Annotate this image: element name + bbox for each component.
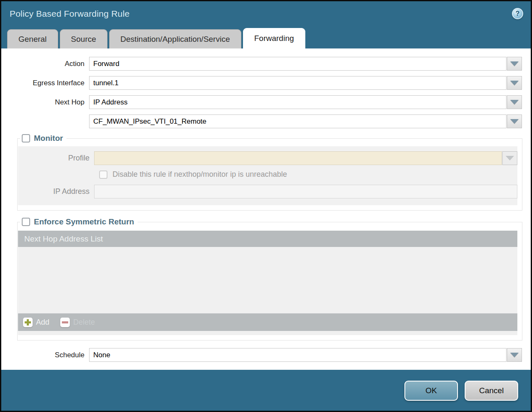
next-hop-address-row bbox=[1, 114, 531, 128]
forwarding-tab-panel: Action Egress Interface Next Hop bbox=[1, 48, 531, 370]
dialog-title: Policy Based Forwarding Rule bbox=[10, 9, 531, 19]
schedule-label: Schedule bbox=[1, 351, 89, 359]
tab-general[interactable]: General bbox=[7, 29, 58, 48]
profile-input bbox=[94, 151, 502, 165]
plus-icon bbox=[23, 318, 33, 327]
monitor-label: Monitor bbox=[34, 134, 63, 143]
chevron-down-icon bbox=[510, 61, 519, 66]
next-hop-address-list-toolbar: Add Delete bbox=[18, 313, 517, 331]
chevron-down-icon bbox=[506, 156, 514, 160]
add-button-label: Add bbox=[36, 318, 49, 327]
monitor-checkbox[interactable] bbox=[22, 134, 30, 142]
dialog-titlebar: Policy Based Forwarding Rule ? bbox=[1, 1, 531, 28]
schedule-input[interactable] bbox=[89, 348, 506, 362]
tab-bar: General Source Destination/Application/S… bbox=[1, 28, 531, 48]
help-icon[interactable]: ? bbox=[512, 8, 523, 19]
enforce-symmetric-return-label: Enforce Symmetric Return bbox=[34, 217, 134, 226]
next-hop-label: Next Hop bbox=[1, 98, 89, 107]
egress-interface-row: Egress Interface bbox=[1, 76, 531, 90]
action-row: Action bbox=[1, 57, 531, 71]
enforce-symmetric-return-legend: Enforce Symmetric Return bbox=[20, 217, 138, 226]
action-dropdown-button[interactable] bbox=[507, 57, 522, 71]
profile-label: Profile bbox=[18, 154, 94, 163]
disable-rule-row: Disable this rule if nexthop/monitor ip … bbox=[99, 170, 517, 179]
add-button[interactable]: Add bbox=[23, 318, 49, 327]
egress-interface-input[interactable] bbox=[89, 76, 506, 90]
policy-based-forwarding-dialog: Policy Based Forwarding Rule ? General S… bbox=[0, 0, 532, 412]
chevron-down-icon bbox=[510, 81, 519, 85]
action-label: Action bbox=[1, 60, 89, 68]
schedule-dropdown-button[interactable] bbox=[507, 348, 522, 362]
delete-button: Delete bbox=[60, 318, 95, 327]
profile-dropdown-button bbox=[502, 151, 517, 165]
tab-source[interactable]: Source bbox=[60, 29, 107, 48]
schedule-row: Schedule bbox=[1, 348, 531, 362]
delete-button-label: Delete bbox=[73, 318, 95, 327]
chevron-down-icon bbox=[510, 100, 519, 104]
cancel-button[interactable]: Cancel bbox=[465, 381, 518, 401]
next-hop-address-list-body[interactable] bbox=[18, 248, 517, 313]
next-hop-dropdown-button[interactable] bbox=[507, 95, 522, 109]
minus-icon bbox=[60, 318, 70, 327]
next-hop-address-dropdown-button[interactable] bbox=[507, 114, 522, 128]
egress-interface-dropdown-button[interactable] bbox=[507, 76, 522, 90]
monitor-content: Profile Disable this rule if nexthop/mon… bbox=[18, 146, 517, 205]
monitor-legend: Monitor bbox=[20, 134, 66, 143]
chevron-down-icon bbox=[510, 353, 519, 357]
tab-destination-application-service[interactable]: Destination/Application/Service bbox=[109, 29, 241, 48]
disable-rule-label: Disable this rule if nexthop/monitor ip … bbox=[113, 170, 287, 179]
next-hop-type-input[interactable] bbox=[89, 95, 506, 109]
egress-interface-label: Egress Interface bbox=[1, 79, 89, 87]
next-hop-address-list-table: Next Hop Address List Add Delete bbox=[18, 231, 517, 335]
tab-forwarding[interactable]: Forwarding bbox=[243, 28, 305, 48]
ok-button[interactable]: OK bbox=[404, 381, 458, 401]
chevron-down-icon bbox=[510, 119, 519, 124]
next-hop-row: Next Hop bbox=[1, 95, 531, 109]
dialog-footer: OK Cancel bbox=[1, 370, 531, 411]
disable-rule-checkbox bbox=[99, 170, 107, 179]
action-input[interactable] bbox=[89, 57, 506, 71]
monitor-ip-address-label: IP Address bbox=[18, 187, 94, 196]
profile-row: Profile bbox=[18, 151, 517, 165]
monitor-ip-address-row: IP Address bbox=[18, 185, 517, 198]
enforce-symmetric-return-section: Enforce Symmetric Return Next Hop Addres… bbox=[17, 217, 522, 341]
next-hop-address-input[interactable] bbox=[89, 114, 506, 128]
monitor-section: Monitor Profile Disable this rule if nex… bbox=[17, 134, 522, 211]
enforce-symmetric-return-checkbox[interactable] bbox=[22, 218, 30, 226]
monitor-ip-address-input bbox=[94, 185, 517, 198]
next-hop-address-list-header: Next Hop Address List bbox=[18, 231, 517, 248]
